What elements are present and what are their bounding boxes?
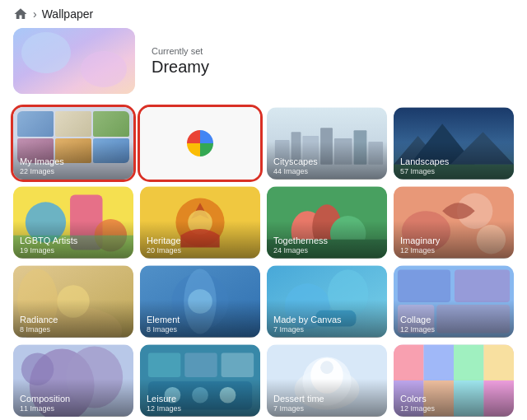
label-container-made-by-canvas: Made by Canvas7 Images <box>267 300 387 338</box>
label-container-heritage: Heritage20 Images <box>140 221 260 259</box>
item-title-landscapes: Landscapes <box>400 156 507 167</box>
topbar: › Wallpaper <box>0 0 527 28</box>
item-count-my-images: 22 Images <box>20 167 127 175</box>
item-count-cityscapes: 44 Images <box>273 167 380 175</box>
label-container-dessert-time: Dessert time7 Images <box>267 379 387 417</box>
currently-set-name: Dreamy <box>152 58 209 77</box>
svg-rect-55 <box>148 352 180 377</box>
currently-set-label: Currently set <box>152 46 209 56</box>
label-container-colors: Colors12 Images <box>394 379 514 417</box>
grid-item-composition[interactable]: Composition11 Images <box>13 344 133 417</box>
label-container-landscapes: Landscapes57 Images <box>394 142 514 180</box>
item-title-togetherness: Togetherness <box>273 236 380 246</box>
item-title-my-images: My Images <box>20 156 127 167</box>
item-title-collage: Collage <box>400 315 507 325</box>
svg-rect-56 <box>184 352 217 377</box>
item-count-landscapes: 57 Images <box>400 167 507 175</box>
label-container-leisure: Leisure12 Images <box>140 379 260 417</box>
label-container-collage: Collage12 Images <box>394 300 514 338</box>
grid-item-radiance[interactable]: Radiance8 Images <box>13 265 133 338</box>
page-title: Wallpaper <box>42 7 94 21</box>
label-container-radiance: Radiance8 Images <box>13 300 133 338</box>
svg-rect-71 <box>484 345 515 380</box>
grid-item-lgbtq-artists[interactable]: LGBTQ Artists19 Images <box>13 186 133 259</box>
item-title-element: Element <box>147 315 254 325</box>
grid-item-made-by-canvas[interactable]: Made by Canvas7 Images <box>267 265 387 338</box>
item-count-heritage: 20 Images <box>147 246 254 254</box>
thumbnail-google-photos <box>140 107 260 180</box>
item-count-dessert-time: 7 Images <box>273 404 380 413</box>
current-wallpaper-svg <box>13 28 135 94</box>
item-count-togetherness: 24 Images <box>273 246 380 254</box>
label-container-cityscapes: Cityscapes44 Images <box>267 142 387 180</box>
svg-rect-70 <box>454 345 484 380</box>
grid-item-element[interactable]: Element8 Images <box>140 265 260 338</box>
item-title-made-by-canvas: Made by Canvas <box>273 315 380 325</box>
item-count-leisure: 12 Images <box>147 404 254 413</box>
item-title-dessert-time: Dessert time <box>273 394 380 404</box>
svg-point-1 <box>21 32 71 73</box>
label-container-composition: Composition11 Images <box>13 379 133 417</box>
grid-item-cityscapes[interactable]: Cityscapes44 Images <box>267 107 387 180</box>
item-count-lgbtq-artists: 19 Images <box>20 246 127 254</box>
current-info: Currently set Dreamy <box>152 46 209 77</box>
label-container-element: Element8 Images <box>140 300 260 338</box>
item-title-heritage: Heritage <box>147 236 254 246</box>
grid-item-collage[interactable]: Collage12 Images <box>394 265 514 338</box>
wallpaper-grid: My Images22 Images Cityscapes44 Images <box>0 104 527 417</box>
item-count-colors: 12 Images <box>400 404 507 413</box>
label-container-lgbtq-artists: LGBTQ Artists19 Images <box>13 221 133 259</box>
grid-item-landscapes[interactable]: Landscapes57 Images <box>394 107 514 180</box>
grid-item-my-images[interactable]: My Images22 Images <box>13 107 133 180</box>
current-section: Currently set Dreamy <box>0 28 527 104</box>
item-title-lgbtq-artists: LGBTQ Artists <box>20 236 127 246</box>
grid-item-leisure[interactable]: Leisure12 Images <box>140 344 260 417</box>
grid-item-imaginary[interactable]: Imaginary12 Images <box>394 186 514 259</box>
breadcrumb-separator: › <box>33 7 37 21</box>
svg-rect-57 <box>222 352 254 377</box>
item-title-leisure: Leisure <box>147 394 254 404</box>
svg-point-66 <box>320 361 333 374</box>
svg-rect-68 <box>394 345 424 380</box>
svg-point-2 <box>81 51 127 87</box>
item-title-radiance: Radiance <box>20 315 127 325</box>
home-icon[interactable] <box>13 7 28 21</box>
grid-item-colors[interactable]: Colors12 Images <box>394 344 514 417</box>
label-container-togetherness: Togetherness24 Images <box>267 221 387 259</box>
item-title-composition: Composition <box>20 394 127 404</box>
item-count-made-by-canvas: 7 Images <box>273 325 380 334</box>
label-container-my-images: My Images22 Images <box>13 142 133 180</box>
item-count-collage: 12 Images <box>400 325 507 334</box>
item-title-imaginary: Imaginary <box>400 236 507 246</box>
grid-item-heritage[interactable]: Heritage20 Images <box>140 186 260 259</box>
item-title-colors: Colors <box>400 394 507 404</box>
svg-rect-46 <box>398 270 450 302</box>
item-count-composition: 11 Images <box>20 404 127 413</box>
current-wallpaper-preview <box>13 28 135 94</box>
svg-rect-47 <box>455 270 510 302</box>
item-count-radiance: 8 Images <box>20 325 127 334</box>
grid-item-google-photos[interactable] <box>140 107 260 180</box>
item-title-cityscapes: Cityscapes <box>273 156 380 167</box>
grid-item-dessert-time[interactable]: Dessert time7 Images <box>267 344 387 417</box>
grid-item-togetherness[interactable]: Togetherness24 Images <box>267 186 387 259</box>
svg-rect-69 <box>424 345 455 380</box>
item-count-imaginary: 12 Images <box>400 246 507 254</box>
item-count-element: 8 Images <box>147 325 254 334</box>
label-container-imaginary: Imaginary12 Images <box>394 221 514 259</box>
